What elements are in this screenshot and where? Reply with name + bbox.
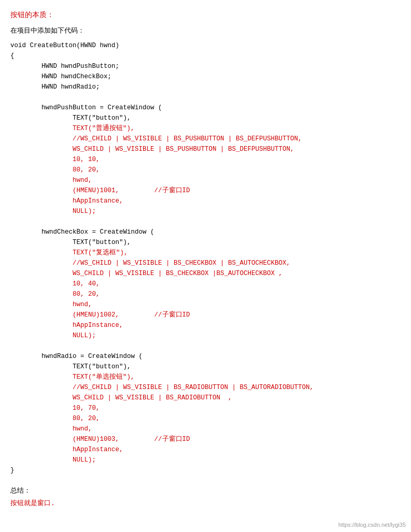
summary-section: 总结： 按钮就是窗口. (10, 486, 401, 508)
summary-title: 总结： (10, 486, 401, 495)
code-block: void CreateButton(HWND hwnd) { HWND hwnd… (10, 40, 401, 476)
watermark: https://blog.csdn.net/lygi35 (338, 522, 406, 528)
section-title: 按钮的本质： (10, 10, 401, 20)
intro-text: 在项目中添加如下代码： (10, 26, 401, 35)
summary-text: 按钮就是窗口. (10, 498, 401, 508)
